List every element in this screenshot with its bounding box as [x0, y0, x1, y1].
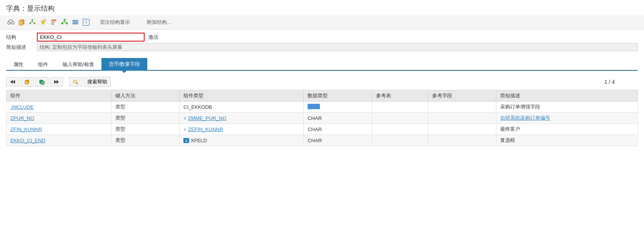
- col-header-component: 组件: [7, 90, 111, 102]
- cell-component-4[interactable]: EKKO_CI_END: [7, 135, 111, 146]
- copy-paste-icon[interactable]: [17, 18, 26, 27]
- svg-marker-28: [13, 80, 15, 84]
- component-link-1[interactable]: .INCLUDE: [10, 104, 34, 110]
- tab-properties[interactable]: 属性: [6, 58, 31, 71]
- description-input: [37, 43, 638, 51]
- data-type-text-2: CHAR: [308, 115, 322, 121]
- page-title: 字典：显示结构: [0, 0, 644, 15]
- description-label: 简短描述: [6, 44, 37, 51]
- component-type-dropdown-4: ∨ XFELD: [183, 138, 300, 143]
- table-row: EKKO_CI_END 类型 ∨ XFELD CHAR 复选框: [7, 135, 638, 146]
- copy-row-button[interactable]: [21, 77, 34, 87]
- svg-rect-17: [66, 23, 68, 24]
- cell-ref-table-1: [372, 102, 428, 113]
- dropdown-arrow-icon-4[interactable]: ∨: [183, 138, 189, 143]
- data-type-text-3: CHAR: [308, 126, 322, 132]
- paste-row-button[interactable]: [35, 77, 48, 87]
- org-chart-icon[interactable]: [60, 18, 69, 27]
- structure-input[interactable]: [37, 33, 145, 42]
- component-link-3[interactable]: ZFIN_KUNNR: [10, 126, 42, 132]
- component-type-text-4: XFELD: [191, 138, 207, 143]
- tab-components[interactable]: 组件: [31, 58, 55, 71]
- svg-rect-30: [25, 81, 28, 84]
- cell-ref-field-1: [428, 102, 496, 113]
- svg-rect-13: [51, 22, 55, 23]
- data-type-text-4: CHAR: [308, 138, 322, 143]
- key-method-label-3: 类型: [115, 126, 125, 132]
- table-row: .INCLUDE 类型 CI_EKKODB 采购订单增强字段: [7, 102, 638, 113]
- component-type-link-3[interactable]: ZEFIN_KUNNR: [188, 126, 223, 132]
- key-method-label-1: 类型: [115, 104, 125, 110]
- cell-component-type-3[interactable]: ∨ ZEFIN_KUNNR: [180, 124, 304, 135]
- binoculars-icon[interactable]: [6, 18, 15, 27]
- main-toolbar: i 层次结构显示 附加结构...: [0, 15, 644, 30]
- cell-short-desc-1: 采购订单增强字段: [496, 102, 638, 113]
- page-count: 1 / 4: [604, 79, 615, 85]
- cell-ref-table-2: [372, 113, 428, 124]
- dropdown-indicator-2: ∨: [183, 116, 186, 121]
- svg-marker-34: [57, 80, 59, 84]
- key-method-label-4: 类型: [115, 137, 125, 143]
- svg-marker-33: [54, 80, 57, 84]
- col-header-key-method: 键入方法: [111, 90, 180, 102]
- component-type-dropdown-3: ∨ ZEFIN_KUNNR: [183, 126, 300, 132]
- first-page-button[interactable]: [6, 77, 19, 87]
- cell-ref-field-4: [428, 135, 496, 146]
- svg-rect-3: [19, 21, 23, 25]
- component-type-dropdown-2: ∨ ZMME_PUR_NO: [183, 115, 300, 121]
- svg-point-37: [74, 81, 75, 82]
- color-box-1: [308, 104, 320, 109]
- last-page-button[interactable]: [50, 77, 63, 87]
- cell-key-method-1: 类型: [111, 102, 180, 113]
- cell-component-1[interactable]: .INCLUDE: [7, 102, 111, 113]
- filter-icon[interactable]: [49, 18, 58, 27]
- svg-line-36: [76, 83, 78, 84]
- cell-component-type-2[interactable]: ∨ ZMME_PUR_NO: [180, 113, 304, 124]
- search-help-button[interactable]: 搜索帮助: [84, 77, 111, 87]
- info-icon[interactable]: i: [82, 18, 91, 27]
- tabs-bar: 属性 组件 输入帮助/检查 货币/数量字段: [6, 58, 638, 71]
- table-header-row: 组件 键入方法 组件类型 数据类型 参考表 参考字段 简短描述: [7, 90, 638, 102]
- svg-rect-15: [64, 19, 66, 20]
- short-desc-link-2[interactable]: 自研系统采购订单编号: [500, 115, 550, 121]
- svg-point-35: [73, 80, 77, 83]
- tab-input-help[interactable]: 输入帮助/检查: [55, 58, 102, 71]
- table-container: 组件 键入方法 组件类型 数据类型 参考表 参考字段 简短描述 .INCLUDE…: [0, 90, 644, 146]
- structure-label: 结构: [6, 34, 37, 41]
- col-header-data-type: 数据类型: [304, 90, 372, 102]
- key-icon-button[interactable]: [69, 77, 82, 87]
- table-row: ZPUR_NO 类型 ∨ ZMME_PUR_NO CHAR 自研系统: [7, 113, 638, 124]
- svg-rect-14: [51, 23, 54, 25]
- cell-key-method-4: 类型: [111, 135, 180, 146]
- cell-component-type-1: CI_EKKODB: [180, 102, 304, 113]
- component-type-text-1: CI_EKKODB: [183, 104, 212, 110]
- cell-data-type-3: CHAR: [304, 124, 372, 135]
- component-link-2[interactable]: ZPUR_NO: [10, 115, 34, 121]
- cell-ref-table-3: [372, 124, 428, 135]
- svg-rect-12: [51, 20, 56, 21]
- additional-structure-label[interactable]: 附加结构...: [147, 19, 171, 26]
- component-type-link-2[interactable]: ZMME_PUR_NO: [188, 115, 226, 121]
- cell-short-desc-2[interactable]: 自研系统采购订单编号: [496, 113, 638, 124]
- cell-ref-field-3: [428, 124, 496, 135]
- svg-line-9: [32, 22, 35, 23]
- svg-rect-24: [73, 23, 78, 25]
- cell-short-desc-4: 复选框: [496, 135, 638, 146]
- tree-structure-icon[interactable]: [28, 18, 37, 27]
- svg-rect-22: [73, 20, 78, 21]
- sparkle-icon[interactable]: [38, 18, 48, 27]
- component-link-4[interactable]: EKKO_CI_END: [10, 138, 45, 143]
- svg-rect-6: [34, 23, 35, 24]
- hierarchy-display-label[interactable]: 层次结构显示: [100, 19, 130, 26]
- cell-component-3[interactable]: ZFIN_KUNNR: [7, 124, 111, 135]
- cell-component-type-4[interactable]: ∨ XFELD: [180, 135, 304, 146]
- table-row: ZFIN_KUNNR 类型 ∨ ZEFIN_KUNNR CHAR 最终客户: [7, 124, 638, 135]
- svg-point-0: [8, 22, 10, 24]
- tab-currency-quantity[interactable]: 货币/数量字段: [102, 58, 148, 71]
- list-rows-icon[interactable]: [71, 18, 80, 27]
- cell-component-2[interactable]: ZPUR_NO: [7, 113, 111, 124]
- svg-point-11: [44, 20, 45, 21]
- svg-rect-23: [73, 22, 78, 23]
- cell-short-desc-3: 最终客户: [496, 124, 638, 135]
- cell-ref-field-2: [428, 113, 496, 124]
